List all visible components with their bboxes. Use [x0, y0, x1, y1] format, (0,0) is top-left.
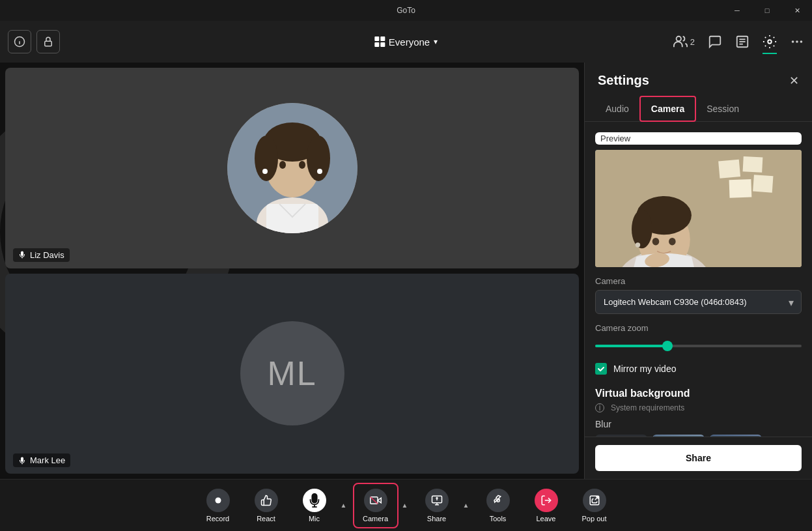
- mic-button[interactable]: Mic: [292, 483, 337, 528]
- system-req-row: i System requirements: [595, 403, 802, 412]
- svg-point-35: [652, 238, 660, 246]
- svg-point-20: [299, 161, 305, 169]
- svg-point-4: [676, 36, 680, 41]
- liz-name-badge: Liz Davis: [13, 248, 70, 262]
- settings-tabs: Audio Camera Session: [585, 96, 812, 122]
- mic-label: Mic: [309, 515, 320, 523]
- titlebar: GoTo ─ □ ✕: [0, 0, 812, 21]
- camera-dropdown-wrapper: Logitech Webcam C930e (046d:0843): [595, 290, 802, 314]
- react-label: React: [257, 515, 275, 523]
- tools-button[interactable]: Tools: [475, 483, 521, 528]
- share-icon: [425, 489, 449, 512]
- svg-rect-3: [45, 41, 52, 46]
- camera-button[interactable]: Camera: [353, 483, 399, 528]
- camera-select[interactable]: Logitech Webcam C930e (046d:0843): [595, 290, 802, 314]
- video-tile-liz: Liz Davis: [5, 68, 579, 268]
- mirror-checkbox[interactable]: [595, 363, 607, 375]
- react-group: React: [244, 483, 289, 528]
- popout-button[interactable]: Pop out: [572, 483, 617, 528]
- record-button[interactable]: Record: [195, 483, 241, 528]
- maximize-button[interactable]: □: [752, 0, 782, 21]
- mic-icon: [303, 489, 326, 512]
- grid-icon: [374, 36, 385, 47]
- svg-point-9: [768, 40, 772, 44]
- minimize-button[interactable]: ─: [722, 0, 752, 21]
- record-icon: [206, 489, 230, 512]
- camera-chevron-button[interactable]: ▲: [399, 494, 412, 517]
- camera-section-label: Camera: [595, 276, 802, 286]
- svg-point-38: [636, 242, 640, 247]
- share-toolbar-button[interactable]: Share: [414, 483, 460, 528]
- mic-chevron-button[interactable]: ▲: [337, 494, 350, 517]
- tab-session[interactable]: Session: [696, 96, 749, 121]
- blur-label: Blur: [595, 419, 802, 429]
- more-button[interactable]: [790, 35, 804, 49]
- svg-rect-29: [729, 179, 752, 198]
- popout-icon: [583, 489, 606, 512]
- camera-label: Camera: [363, 515, 388, 523]
- close-settings-button[interactable]: ✕: [789, 74, 799, 88]
- zoom-slider[interactable]: [595, 339, 802, 352]
- share-section: Share: [585, 437, 812, 479]
- chevron-down-icon: ▾: [434, 37, 438, 46]
- tools-label: Tools: [490, 515, 507, 523]
- chat-button[interactable]: [708, 35, 722, 49]
- svg-point-18: [307, 136, 330, 181]
- settings-button[interactable]: [763, 35, 777, 49]
- window-controls: ─ □ ✕: [722, 0, 812, 21]
- info-icon: i: [595, 403, 604, 412]
- react-button[interactable]: React: [244, 483, 289, 528]
- slider-track: [595, 345, 802, 347]
- close-button[interactable]: ✕: [782, 0, 812, 21]
- system-req-label: System requirements: [611, 403, 684, 412]
- share-button[interactable]: Share: [595, 445, 802, 471]
- toolbar-left-icons: [8, 30, 60, 53]
- video-area: Liz Davis ML Mark Lee: [0, 63, 584, 479]
- mark-name-badge: Mark Lee: [13, 453, 70, 467]
- slider-thumb[interactable]: [662, 341, 673, 351]
- svg-point-10: [792, 41, 794, 42]
- svg-rect-28: [743, 156, 763, 173]
- notes-button[interactable]: [735, 35, 749, 49]
- bottom-toolbar: Record React Mic: [0, 479, 812, 531]
- share-toolbar-group: Share ▲: [414, 483, 473, 528]
- preview-label: Preview: [600, 134, 796, 143]
- svg-point-17: [255, 136, 278, 181]
- camera-zoom-label: Camera zoom: [595, 323, 802, 333]
- leave-icon: [535, 489, 558, 512]
- tab-audio[interactable]: Audio: [595, 96, 639, 121]
- preview-box: Preview: [595, 132, 802, 145]
- svg-point-36: [669, 238, 676, 246]
- meeting-label: Everyone: [389, 36, 430, 48]
- liz-portrait: [227, 103, 357, 233]
- meeting-title-group[interactable]: Everyone ▾: [374, 36, 438, 48]
- settings-panel: Settings ✕ Audio Camera Session Preview: [584, 63, 812, 479]
- participants-count: 2: [690, 37, 695, 47]
- svg-point-22: [262, 169, 268, 174]
- tools-group: Tools: [475, 483, 521, 528]
- main-content: Liz Davis ML Mark Lee Settings ✕: [0, 63, 812, 479]
- camera-group: Camera ▲: [353, 483, 412, 528]
- video-tile-mark: ML Mark Lee: [5, 274, 579, 474]
- settings-title: Settings: [598, 73, 649, 88]
- camera-icon: [364, 489, 387, 512]
- participants-button[interactable]: 2: [673, 35, 695, 49]
- lock-button[interactable]: [36, 30, 60, 53]
- slider-fill: [595, 345, 667, 347]
- liz-name: Liz Davis: [30, 250, 64, 260]
- share-label: Share: [427, 515, 446, 523]
- mic-group: Mic ▲: [292, 483, 350, 528]
- svg-rect-21: [266, 204, 318, 233]
- top-toolbar: Everyone ▾ 2: [0, 21, 812, 63]
- react-icon: [255, 489, 278, 512]
- svg-rect-27: [718, 160, 740, 179]
- tools-icon: [486, 489, 510, 512]
- svg-point-23: [317, 169, 322, 174]
- info-button[interactable]: [8, 30, 31, 53]
- mirror-row: Mirror my video: [595, 363, 802, 375]
- leave-button[interactable]: Leave: [524, 483, 569, 528]
- share-chevron-button[interactable]: ▲: [460, 494, 473, 517]
- svg-line-51: [370, 496, 377, 504]
- tab-camera[interactable]: Camera: [639, 96, 696, 122]
- mark-name: Mark Lee: [30, 455, 65, 465]
